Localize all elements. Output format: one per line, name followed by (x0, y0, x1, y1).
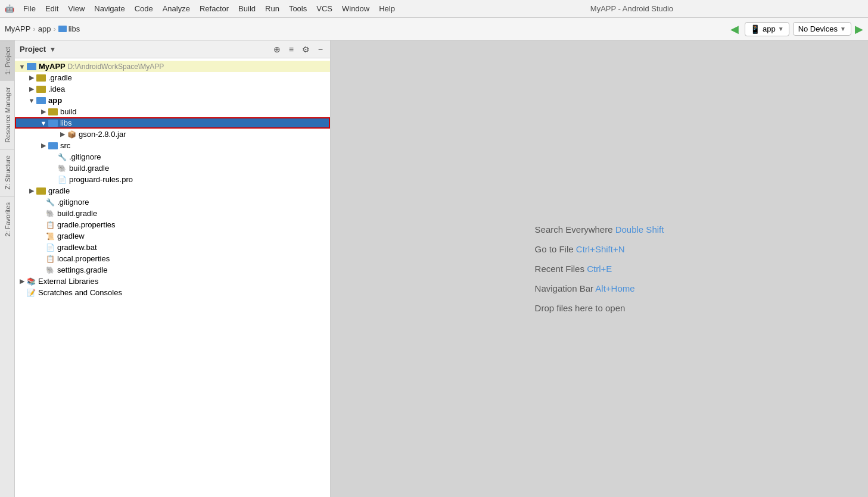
menu-file[interactable]: File (19, 2, 40, 15)
expand-idea-icon[interactable]: ▶ (27, 85, 36, 93)
expand-src-icon[interactable]: ▶ (39, 142, 48, 149)
sidebar-item-structure[interactable]: Z: Structure (0, 149, 15, 195)
expand-gradle-hidden-icon[interactable]: ▶ (27, 74, 36, 82)
hint-recent: Recent Files Ctrl+E (535, 259, 664, 279)
tree-item-proguard[interactable]: 📄 proguard-rules.pro (15, 174, 330, 185)
menu-vcs[interactable]: VCS (312, 2, 337, 15)
expand-external-icon[interactable]: ▶ (17, 277, 27, 285)
tree-item-settings-gradle[interactable]: 🐘 settings.gradle (15, 264, 330, 276)
run-button[interactable]: ▶ (855, 23, 863, 36)
expand-gson-icon[interactable]: ▶ (58, 130, 67, 138)
panel-view-dropdown[interactable]: ▼ (49, 46, 56, 53)
app-selector-dropdown[interactable]: 📱 app ▼ (745, 22, 789, 36)
nav-bar-shortcut: Alt+Home (595, 283, 634, 293)
tree-item-gradle-hidden[interactable]: ▶ .gradle (15, 72, 330, 83)
menu-navigate[interactable]: Navigate (90, 2, 129, 15)
tree-item-app-build-gradle[interactable]: 🐘 build.gradle (15, 162, 330, 174)
panel-header-icons: ⊕ ≡ ⚙ − (271, 43, 325, 55)
expand-libs-icon[interactable]: ▼ (39, 120, 48, 127)
settings-icon[interactable]: ⚙ (300, 43, 312, 55)
tree-item-gradle-dir[interactable]: ▶ gradle (15, 185, 330, 196)
content-area: Search Everywhere Double Shift Go to Fil… (331, 40, 868, 497)
tree-item-libs[interactable]: ▼ libs (15, 117, 330, 129)
tree-item-gradlew-bat[interactable]: 📄 gradlew.bat (15, 242, 330, 253)
tree-item-gradle-properties[interactable]: 📋 gradle.properties (15, 219, 330, 230)
panel-title: Project (20, 45, 46, 54)
tree-item-gradlew[interactable]: 📜 gradlew (15, 230, 330, 242)
back-button[interactable]: ◀ (728, 21, 741, 37)
libs-folder-icon (48, 120, 58, 127)
root-gitignore-label: .gitignore (57, 198, 89, 207)
app-gitignore-label: .gitignore (69, 152, 101, 161)
local-properties-icon: 📋 (46, 255, 55, 263)
locate-icon[interactable]: ⊕ (271, 43, 283, 55)
src-label: src (60, 141, 70, 150)
app-label: app (48, 96, 62, 105)
tree-item-external-libraries[interactable]: ▶ 📚 External Libraries (15, 276, 330, 287)
root-gitignore-icon: 🔧 (46, 198, 55, 207)
expand-gradle-dir-icon[interactable]: ▶ (27, 187, 36, 195)
expand-myapp-icon[interactable]: ▼ (17, 63, 27, 70)
gson-label: gson-2.8.0.jar (79, 130, 126, 139)
gradle-icon-1: 🐘 (58, 164, 67, 173)
menu-edit[interactable]: Edit (41, 2, 63, 15)
breadcrumb-sep-2: › (53, 24, 55, 33)
tree-item-scratches[interactable]: 📝 Scratches and Consoles (15, 287, 330, 298)
myapp-folder-icon (27, 63, 36, 70)
collapse-icon[interactable]: ≡ (287, 43, 296, 55)
panel-header: Project ▼ ⊕ ≡ ⚙ − (15, 40, 330, 58)
tree-item-app[interactable]: ▼ app (15, 95, 330, 106)
breadcrumb-app[interactable]: app (38, 24, 51, 33)
device-chevron-icon: ▼ (840, 26, 846, 32)
root-build-gradle-label: build.gradle (57, 209, 97, 218)
tree-item-local-properties[interactable]: 📋 local.properties (15, 253, 330, 264)
breadcrumb: MyAPP › app › libs (5, 24, 724, 33)
close-icon[interactable]: − (316, 43, 325, 55)
breadcrumb-libs[interactable]: libs (58, 24, 80, 33)
build-label: build (60, 107, 76, 116)
menu-view[interactable]: View (64, 2, 89, 15)
sidebar-item-favorites[interactable]: 2: Favorites (0, 196, 15, 242)
device-selector-label: No Devices (798, 24, 838, 33)
breadcrumb-myapp[interactable]: MyAPP (5, 24, 30, 33)
menu-help[interactable]: Help (375, 2, 399, 15)
device-selector-dropdown[interactable]: No Devices ▼ (793, 22, 851, 36)
expand-build-icon[interactable]: ▶ (39, 108, 48, 115)
hint-goto: Go to File Ctrl+Shift+N (535, 239, 664, 259)
breadcrumb-sep-1: › (33, 24, 35, 33)
tree-item-src[interactable]: ▶ src (15, 140, 330, 151)
settings-gradle-icon: 🐘 (46, 266, 55, 274)
tree-item-build[interactable]: ▶ build (15, 106, 330, 117)
menu-window[interactable]: Window (338, 2, 374, 15)
menu-run[interactable]: Run (261, 2, 284, 15)
tree-item-root-gitignore[interactable]: 🔧 .gitignore (15, 196, 330, 208)
menu-build[interactable]: Build (234, 2, 260, 15)
tree-item-myapp[interactable]: ▼ MyAPP D:\AndroidWorkSpace\MyAPP (15, 61, 330, 72)
sidebar-item-resource-manager[interactable]: Resource Manager (0, 80, 15, 149)
app-title: MyAPP - Android Studio (400, 4, 863, 13)
hint-search: Search Everywhere Double Shift (535, 220, 664, 239)
tree-item-gson[interactable]: ▶ 📦 gson-2.8.0.jar (15, 129, 330, 140)
main-layout: 1: Project Resource Manager Z: Structure… (0, 40, 868, 497)
menu-code[interactable]: Code (130, 2, 157, 15)
properties-icon-1: 📋 (46, 221, 55, 229)
tree-item-idea[interactable]: ▶ .idea (15, 83, 330, 95)
libs-label: libs (60, 118, 72, 127)
tree-item-root-build-gradle[interactable]: 🐘 build.gradle (15, 208, 330, 219)
myapp-label: MyAPP D:\AndroidWorkSpace\MyAPP (39, 62, 164, 71)
sidebar-item-project[interactable]: 1: Project (0, 40, 15, 80)
gradle-dir-label: gradle (48, 186, 70, 195)
gitignore-icon: 🔧 (58, 153, 67, 161)
menu-refactor[interactable]: Refactor (195, 2, 233, 15)
expand-app-icon[interactable]: ▼ (27, 97, 36, 104)
chevron-down-icon: ▼ (778, 26, 784, 32)
recent-files-shortcut: Ctrl+E (587, 264, 612, 274)
menu-tools[interactable]: Tools (285, 2, 311, 15)
drop-files-text: Drop files here to open (535, 303, 626, 313)
gradle-dir-folder-icon (36, 187, 46, 195)
menu-analyze[interactable]: Analyze (158, 2, 194, 15)
recent-files-text: Recent Files (535, 264, 584, 274)
root-gradle-icon: 🐘 (46, 210, 55, 218)
tree-item-app-gitignore[interactable]: 🔧 .gitignore (15, 151, 330, 162)
jar-file-icon: 📦 (67, 130, 76, 139)
